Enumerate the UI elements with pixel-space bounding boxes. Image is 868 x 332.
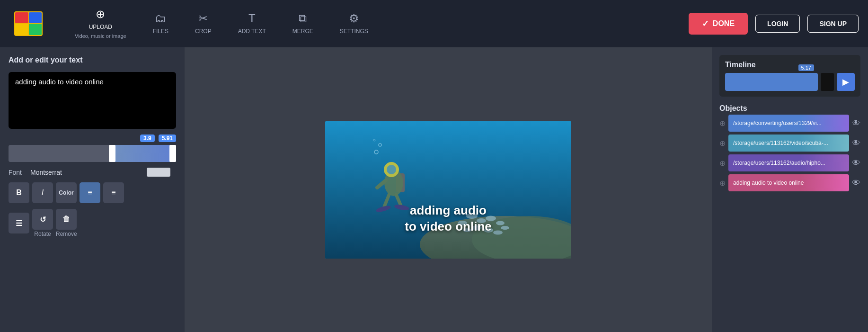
drag-handle-icon[interactable]: ⊕ (719, 139, 726, 148)
panel-title: Add or edit your text (9, 56, 176, 64)
timeline-bar[interactable]: 5.17 (725, 73, 818, 91)
video-canvas: adding audio to video online (325, 121, 571, 259)
remove-label: Remove (56, 231, 77, 237)
object-item: ⊕ /storage/users/113162/video/scuba-... … (719, 135, 860, 152)
merge-label: MERGE (292, 28, 313, 35)
align-left-icon: ≡ (88, 188, 92, 197)
eye-icon-0[interactable]: 👁 (852, 118, 860, 128)
add-text-icon: T (248, 12, 256, 25)
logo (9, 9, 47, 38)
slider-left-value: 3.9 (140, 135, 155, 142)
play-icon: ▶ (842, 77, 849, 87)
eye-icon-3[interactable]: 👁 (852, 178, 860, 188)
list-action-group: ☰ (9, 213, 29, 233)
canvas-text-line1: adding audio (405, 203, 491, 219)
objects-title: Objects (719, 104, 860, 113)
object-item: ⊕ /storage/users/113162/audio/hipho... 👁 (719, 154, 860, 171)
svg-point-7 (496, 221, 505, 225)
object-item: ⊕ adding audio to video online 👁 (719, 174, 860, 191)
video-background (325, 121, 571, 259)
objects-section: Objects ⊕ /storage/converting/users/1329… (719, 104, 860, 324)
add-text-label: ADD TEXT (238, 28, 266, 35)
object-bar-2[interactable]: /storage/users/113162/audio/hipho... (728, 154, 849, 171)
object-bar-1[interactable]: /storage/users/113162/video/scuba-... (728, 135, 849, 152)
crop-label: CROP (195, 28, 212, 35)
slider-right-value: 5.91 (159, 135, 176, 142)
objects-list: ⊕ /storage/converting/users/1329/vi... 👁… (719, 115, 860, 191)
remove-button[interactable]: 🗑 (56, 209, 77, 230)
nav-add-text[interactable]: T ADD TEXT (225, 0, 279, 47)
drag-handle-icon[interactable]: ⊕ (719, 159, 726, 168)
svg-point-16 (387, 165, 396, 174)
slider-labels: 3.9 5.91 (9, 135, 176, 142)
slider-track[interactable] (9, 145, 176, 162)
signup-button[interactable]: SIGN UP (807, 15, 859, 33)
object-path-2: /storage/users/113162/audio/hipho... (733, 160, 825, 166)
svg-point-11 (493, 230, 503, 234)
upload-label: UPLOAD (89, 24, 112, 30)
bold-button[interactable]: B (9, 182, 29, 203)
align-left-button[interactable]: ≡ (80, 182, 100, 203)
font-row: Font Montserrat (9, 168, 176, 177)
italic-button[interactable]: I (32, 182, 53, 203)
remove-group: 🗑 Remove (56, 209, 77, 237)
font-size-display (147, 168, 170, 177)
drag-handle-icon[interactable]: ⊕ (719, 179, 726, 188)
done-button[interactable]: ✓ DONE (689, 13, 748, 35)
canvas-overlay-text: adding audio to video online (405, 203, 491, 235)
nav-files[interactable]: 🗂 FILES (140, 0, 182, 47)
eye-icon-1[interactable]: 👁 (852, 138, 860, 148)
formatting-toolbar: B I Color ≡ ≡ (9, 182, 176, 203)
topbar-right: ✓ DONE LOGIN SIGN UP (689, 13, 859, 35)
nav-settings[interactable]: ⚙ SETTINGS (327, 0, 381, 47)
canvas-text-line2: to video online (405, 219, 491, 235)
font-label: Font (9, 169, 27, 176)
nav-upload[interactable]: ⊕ UPLOAD Video, music or image (62, 0, 140, 47)
check-icon: ✓ (702, 18, 709, 29)
rotate-label: Rotate (34, 231, 51, 237)
object-item: ⊕ /storage/converting/users/1329/vi... 👁 (719, 115, 860, 132)
files-icon: 🗂 (155, 12, 166, 25)
upload-icon: ⊕ (96, 8, 105, 21)
timeline-bar-row: 5.17 ▶ (725, 73, 855, 91)
canvas-area: adding audio to video online (185, 47, 712, 332)
nav-merge[interactable]: ⧉ MERGE (279, 0, 327, 47)
slider-left-handle[interactable] (109, 145, 115, 162)
object-bar-3[interactable]: adding audio to video online (728, 174, 849, 191)
list-button[interactable]: ☰ (9, 213, 29, 233)
done-label: DONE (713, 19, 735, 28)
color-button[interactable]: Color (56, 182, 77, 203)
slider-right-handle[interactable] (169, 145, 176, 162)
rotate-group: ↺ Rotate (32, 209, 53, 237)
align-center-icon: ≡ (111, 188, 115, 197)
left-panel: Add or edit your text adding audio to vi… (0, 47, 185, 332)
svg-point-12 (501, 226, 509, 230)
settings-label: SETTINGS (340, 28, 368, 35)
settings-icon: ⚙ (349, 12, 359, 25)
font-name: Montserrat (30, 169, 62, 176)
files-label: FILES (153, 28, 168, 35)
merge-icon: ⧉ (299, 12, 307, 25)
upload-sub: Video, music or image (75, 33, 126, 39)
timeline-black-box (821, 73, 834, 91)
object-path-1: /storage/users/113162/video/scuba-... (733, 140, 828, 146)
drag-handle-icon[interactable]: ⊕ (719, 119, 726, 128)
right-panel: Timeline 5.17 ▶ Objects ⊕ /storage/conve… (712, 47, 868, 332)
text-input[interactable]: adding audio to video online (9, 72, 176, 129)
timeline-title: Timeline (725, 61, 855, 69)
rotate-button[interactable]: ↺ (32, 209, 53, 230)
slider-section: 3.9 5.91 (9, 135, 176, 162)
eye-icon-2[interactable]: 👁 (852, 158, 860, 168)
login-button[interactable]: LOGIN (755, 15, 800, 33)
object-path-3: adding audio to video online (733, 179, 804, 186)
timeline-marker: 5.17 (798, 64, 814, 71)
crop-icon: ✂ (198, 12, 208, 25)
nav-crop[interactable]: ✂ CROP (182, 0, 225, 47)
object-bar-0[interactable]: /storage/converting/users/1329/vi... (728, 115, 849, 132)
timeline-play-button[interactable]: ▶ (837, 73, 855, 91)
align-center-button[interactable]: ≡ (103, 182, 124, 203)
main-layout: Add or edit your text adding audio to vi… (0, 47, 868, 332)
topbar: ⊕ UPLOAD Video, music or image 🗂 FILES ✂… (0, 0, 868, 47)
action-row: ☰ ↺ Rotate 🗑 Remove (9, 209, 176, 237)
timeline-section: Timeline 5.17 ▶ (719, 55, 860, 97)
